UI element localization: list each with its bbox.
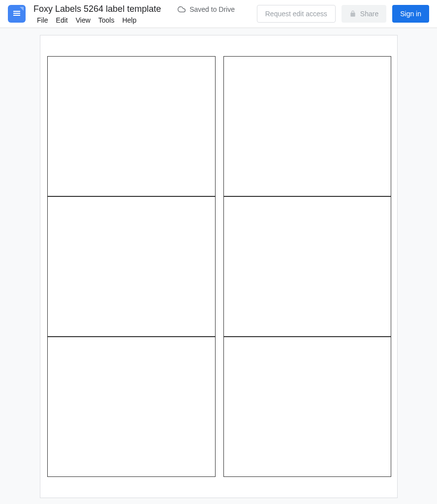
save-status-text: Saved to Drive xyxy=(189,5,235,13)
signin-label: Sign in xyxy=(400,10,421,18)
title-area: Foxy Labels 5264 label template File Edi… xyxy=(33,2,161,25)
app-header: Foxy Labels 5264 label template File Edi… xyxy=(0,0,437,28)
menu-file[interactable]: File xyxy=(33,15,52,25)
menu-tools[interactable]: Tools xyxy=(95,15,118,25)
document-title[interactable]: Foxy Labels 5264 label template xyxy=(33,2,161,15)
cloud-icon xyxy=(177,5,187,13)
label-cell[interactable] xyxy=(47,337,216,477)
request-edit-access-button[interactable]: Request edit access xyxy=(257,5,336,23)
menu-help[interactable]: Help xyxy=(119,15,140,25)
document-page[interactable] xyxy=(40,35,398,498)
menu-bar: File Edit View Tools Help xyxy=(33,15,161,25)
label-cell[interactable] xyxy=(47,196,216,337)
lock-icon xyxy=(349,10,356,17)
label-cell[interactable] xyxy=(223,56,391,196)
docs-app-icon[interactable] xyxy=(8,5,26,23)
share-button[interactable]: Share xyxy=(342,5,386,23)
label-cell[interactable] xyxy=(47,56,216,196)
header-actions: Request edit access Share Sign in xyxy=(257,5,429,23)
menu-edit[interactable]: Edit xyxy=(53,15,71,25)
signin-button[interactable]: Sign in xyxy=(392,5,429,23)
menu-view[interactable]: View xyxy=(72,15,94,25)
label-cell[interactable] xyxy=(223,337,391,477)
save-status[interactable]: Saved to Drive xyxy=(177,5,235,13)
label-cell[interactable] xyxy=(223,196,391,337)
label-grid xyxy=(47,56,391,477)
share-label: Share xyxy=(360,10,378,18)
document-canvas[interactable] xyxy=(0,28,437,504)
request-edit-access-label: Request edit access xyxy=(265,10,327,18)
